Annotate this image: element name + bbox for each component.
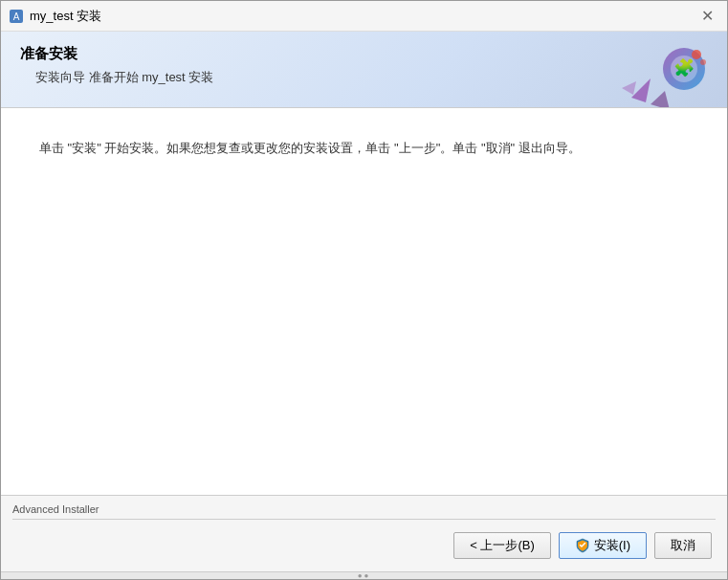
svg-text:A: A — [13, 11, 20, 22]
resize-handle: ●● — [1, 571, 727, 579]
svg-point-8 — [692, 50, 701, 59]
install-button[interactable]: 安装(I) — [559, 532, 647, 559]
header-banner: 准备安装 安装向导 准备开始 my_test 安装 🧩 — [1, 32, 727, 108]
svg-marker-7 — [622, 81, 636, 95]
main-content-text: 单击 "安装" 开始安装。如果您想复查或更改您的安装设置，单击 "上一步"。单击… — [39, 137, 689, 159]
resize-dots: ●● — [358, 571, 371, 580]
svg-marker-6 — [651, 91, 670, 108]
footer: Advanced Installer < 上一步(B) 安装(I) 取消 — [1, 495, 727, 571]
brand-label: Advanced Installer — [1, 496, 727, 519]
header-text-block: 准备安装 安装向导 准备开始 my_test 安装 — [20, 45, 622, 86]
title-bar: A my_test 安装 ✕ — [1, 1, 727, 32]
svg-marker-5 — [631, 78, 651, 102]
content-area: 单击 "安装" 开始安装。如果您想复查或更改您的安装设置，单击 "上一步"。单击… — [1, 108, 727, 495]
header-logo: 🧩 — [622, 45, 708, 108]
close-button[interactable]: ✕ — [695, 4, 719, 29]
svg-text:🧩: 🧩 — [673, 57, 695, 78]
footer-buttons: < 上一步(B) 安装(I) 取消 — [1, 520, 727, 571]
shield-uac-icon — [575, 538, 590, 553]
installer-window: A my_test 安装 ✕ 准备安装 安装向导 准备开始 my_test 安装 — [0, 0, 728, 580]
install-button-label: 安装(I) — [594, 537, 630, 554]
window-title: my_test 安装 — [30, 8, 695, 25]
cancel-button[interactable]: 取消 — [654, 532, 712, 559]
header-title: 准备安装 — [20, 45, 622, 63]
back-button[interactable]: < 上一步(B) — [453, 532, 551, 559]
app-icon: A — [9, 9, 24, 24]
logo-graphic: 🧩 — [622, 45, 708, 108]
svg-point-9 — [700, 59, 706, 65]
header-subtitle: 安装向导 准备开始 my_test 安装 — [35, 69, 622, 86]
